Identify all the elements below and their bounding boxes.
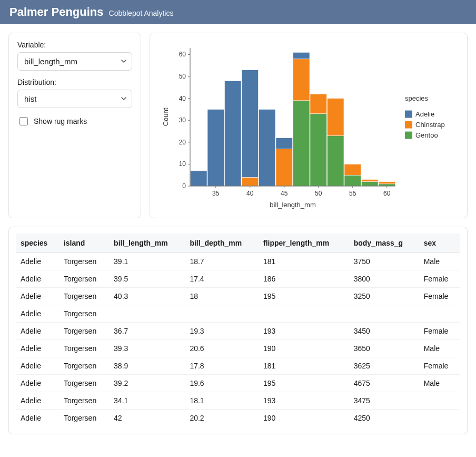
table-cell: 190 [259,410,350,427]
variable-select[interactable]: bill_length_mm [17,52,132,71]
svg-text:60: 60 [179,51,186,58]
table-cell: Torgersen [60,305,110,323]
column-header: sex [420,234,460,253]
table-cell: 193 [259,323,350,340]
svg-text:40: 40 [246,190,254,197]
table-cell: 3625 [350,357,420,375]
table-cell: 39.1 [110,253,185,270]
svg-text:0: 0 [182,182,186,190]
bar [293,59,310,101]
table-row: AdelieTorgersen38.917.81813625Female [16,357,460,375]
table-cell: 4675 [350,375,420,392]
svg-text:35: 35 [212,190,220,197]
table-cell: Torgersen [60,410,110,427]
table-cell: Adelie [16,253,60,270]
table-cell [420,305,460,323]
table-cell: Adelie [16,270,60,288]
table-cell: Adelie [16,323,60,340]
bar [344,175,361,186]
table-cell: 34.1 [110,392,185,410]
bar [328,135,344,186]
table-cell: 19.3 [185,323,259,340]
bar [293,101,310,186]
svg-text:45: 45 [281,190,288,197]
legend-title: species [405,94,429,102]
data-table-panel: speciesislandbill_length_mmbill_depth_mm… [8,227,468,434]
table-cell: 42 [110,410,185,427]
table-cell: 18.7 [185,253,259,270]
table-cell: Female [420,270,460,288]
bar [242,70,259,178]
controls-panel: Variable: bill_length_mm Distribution: h… [8,33,141,218]
table-cell: 190 [259,340,350,357]
column-header: body_mass_g [350,234,420,253]
rug-checkbox[interactable] [19,117,28,125]
table-cell [110,305,185,323]
y-axis-label: Count [162,108,170,126]
table-cell: Female [420,357,460,375]
table-cell: 20.6 [185,340,259,357]
table-cell: Torgersen [60,357,110,375]
bar [379,182,395,184]
legend-label: Gentoo [415,131,438,139]
table-cell: 17.8 [185,357,259,375]
svg-text:10: 10 [179,160,186,168]
bar [259,109,276,186]
bar [310,94,327,113]
table-cell [185,305,259,323]
table-cell: 3650 [350,340,420,357]
table-cell: 20.2 [185,410,259,427]
table-cell: Female [420,323,460,340]
bar [276,138,293,149]
table-cell: Torgersen [60,288,110,305]
table-cell: 195 [259,375,350,392]
table-cell: 39.3 [110,340,185,357]
legend-label: Chinstrap [415,121,445,129]
app-title: Palmer Penguins [9,5,104,19]
table-cell: 181 [259,253,350,270]
table-cell: Torgersen [60,323,110,340]
table-cell: 186 [259,270,350,288]
table-cell: Torgersen [60,270,110,288]
table-cell: 195 [259,288,350,305]
table-row: AdelieTorgersen40.3181953250Female [16,288,460,305]
table-cell: Adelie [16,375,60,392]
table-cell: 40.3 [110,288,185,305]
table-row: AdelieTorgersen39.118.71813750Male [16,253,460,270]
table-cell: 3800 [350,270,420,288]
table-cell: Adelie [16,410,60,427]
table-cell [420,392,460,410]
svg-text:40: 40 [179,95,186,102]
column-header: island [60,234,110,253]
bar [362,182,379,186]
table-cell: Adelie [16,305,60,323]
bar [191,171,207,186]
table-cell: 3750 [350,253,420,270]
table-cell [420,410,460,427]
bar [276,149,293,186]
table-cell: 18.1 [185,392,259,410]
bar [362,180,379,182]
table-row: AdelieTorgersen4220.21904250 [16,410,460,427]
bar [310,114,327,186]
svg-text:55: 55 [349,190,356,197]
distribution-label: Distribution: [17,78,132,86]
legend-swatch [405,121,412,129]
table-cell: 3450 [350,323,420,340]
bar [207,109,224,186]
svg-text:20: 20 [179,139,186,146]
table-row: AdelieTorgersen39.517.41863800Female [16,270,460,288]
bar [242,177,259,186]
table-row: AdelieTorgersen34.118.11933475 [16,392,460,410]
table-cell: Torgersen [60,253,110,270]
svg-text:50: 50 [179,73,186,80]
distribution-select[interactable]: hist [17,90,132,108]
bar [225,81,242,186]
table-cell: Torgersen [60,375,110,392]
svg-text:60: 60 [383,190,391,197]
legend-swatch [405,111,412,118]
table-cell: Male [420,340,460,357]
table-cell: 19.6 [185,375,259,392]
bar [293,52,310,59]
table-row: AdelieTorgersen [16,305,460,323]
